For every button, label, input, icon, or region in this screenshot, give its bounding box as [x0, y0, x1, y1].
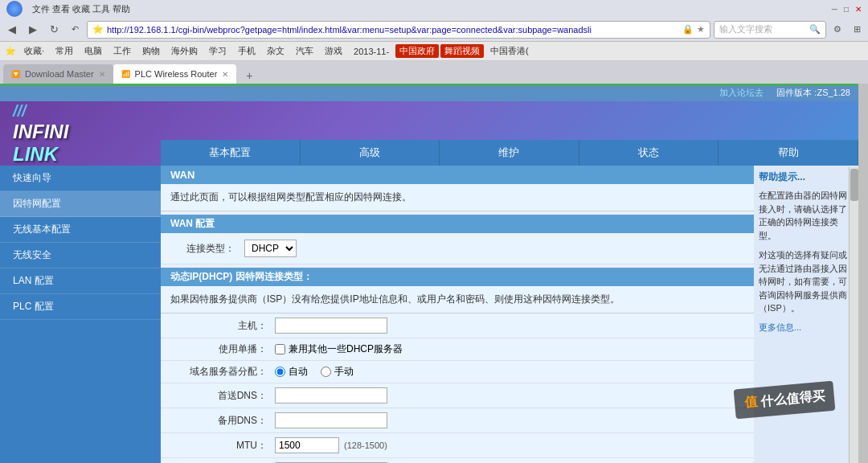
nav-status[interactable]: 状态	[579, 140, 719, 166]
minimize-button[interactable]: ─	[832, 5, 837, 14]
bookmark-games[interactable]: 游戏	[320, 43, 347, 59]
bookmark-phone[interactable]: 手机	[233, 43, 260, 59]
page-scrollbar[interactable]	[849, 167, 858, 463]
address-text: http://192.168.1.1/cgi-bin/webproc?getpa…	[107, 25, 679, 35]
bookmark-work[interactable]: 工作	[108, 43, 136, 59]
bookmark-computer[interactable]: 电脑	[80, 43, 107, 59]
dns-manual-label: 手动	[334, 365, 354, 379]
connection-type-row: 连接类型： DHCP	[161, 233, 754, 264]
bookmark-date[interactable]: 2013-11-	[349, 45, 394, 58]
logo-area: /// INFINI LINK	[0, 101, 161, 166]
dns-manual-radio[interactable]	[321, 367, 331, 377]
address-bar[interactable]: ⭐ http://192.168.1.1/cgi-bin/webproc?get…	[87, 21, 710, 39]
form-row-secondary-dns: 备用DNS：	[161, 408, 754, 433]
router-content-area: WAN 通过此页面，可以根据组网类型配置相应的因特网连接。 WAN 配置 连接类…	[161, 166, 754, 463]
search-placeholder: 输入文字搜索	[719, 23, 772, 35]
tools-icon[interactable]: ⚙	[829, 22, 845, 38]
tab-download-master[interactable]: 🔽 Download Master ✕	[3, 64, 113, 84]
tab-plc-router-icon: 📶	[121, 70, 130, 78]
browser-avatar	[6, 1, 23, 17]
bookmark-gov[interactable]: 中国政府	[395, 44, 439, 58]
bookmark-common[interactable]: 常用	[51, 43, 78, 59]
nav-bar: ◀ ▶ ↻ ↶ ⭐ http://192.168.1.1/cgi-bin/web…	[0, 18, 868, 42]
restore-button[interactable]: □	[844, 5, 849, 14]
nav-maintenance[interactable]: 维护	[440, 140, 579, 166]
form-row-mac: MAC 地址：	[161, 458, 754, 463]
unicast-note: 兼用其他一些DHCP服务器	[289, 342, 403, 356]
wan-section-header: WAN	[161, 166, 754, 184]
tab-plc-router-label: PLC Wireless Router	[135, 69, 218, 79]
connection-type-select[interactable]: DHCP	[244, 240, 297, 257]
nav-advanced[interactable]: 高级	[301, 140, 440, 166]
router-main-area: 快速向导 因特网配置 无线基本配置 无线安全 LAN 配置	[0, 166, 858, 463]
bookmark-study[interactable]: 学习	[204, 43, 231, 59]
wan-config-header: WAN 配置	[161, 215, 754, 233]
nav-help[interactable]: 帮助	[719, 140, 858, 166]
watermark-text: 值 什么值得买	[733, 381, 835, 420]
history-button[interactable]: ↶	[66, 22, 84, 38]
tab-plc-router[interactable]: 📶 PLC Wireless Router ✕	[113, 64, 237, 84]
router-topbar: 加入论坛去 固件版本 :ZS_1.28	[0, 84, 858, 101]
help-more-link[interactable]: 更多信息...	[759, 322, 854, 334]
help-title: 帮助提示...	[759, 170, 854, 184]
bookmark-misc[interactable]: 杂文	[262, 43, 289, 59]
sidebar-item-wireless-security[interactable]: 无线安全	[0, 243, 161, 268]
router-help-panel: 帮助提示... 在配置路由器的因特网接入时，请确认选择了正确的因特网连接类型。 …	[754, 166, 858, 463]
mtu-note: (128-1500)	[344, 440, 387, 450]
new-tab-button[interactable]: +	[240, 68, 259, 84]
sidebar-item-quick-setup[interactable]: 快速向导	[0, 166, 161, 191]
router-admin-page: 加入论坛去 固件版本 :ZS_1.28 /// INFINI LINK	[0, 84, 858, 463]
tab-plc-router-close[interactable]: ✕	[222, 70, 228, 79]
primary-dns-label: 首送DNS：	[170, 389, 267, 403]
form-row-unicast: 使用单播： 兼用其他一些DHCP服务器	[161, 338, 754, 361]
bookmark-overseas[interactable]: 海外购	[166, 43, 203, 59]
progress-fill	[0, 84, 858, 86]
unicast-checkbox[interactable]	[275, 344, 285, 354]
title-bar: 文件 查看 收藏 工具 帮助 ─ □ ✕	[0, 0, 868, 18]
close-button[interactable]: ✕	[855, 5, 862, 14]
bookmark-car[interactable]: 汽车	[291, 43, 318, 59]
title-bar-menu[interactable]: 文件 查看 收藏 工具 帮助	[32, 3, 130, 15]
tab-download-master-icon: 🔽	[11, 70, 20, 78]
grid-icon[interactable]: ⊞	[849, 22, 865, 38]
bookmark-dance[interactable]: 舞蹈视频	[440, 44, 484, 58]
bookmark-hk[interactable]: 中国香港(	[485, 43, 534, 59]
logo-infini: INFINI	[13, 121, 148, 143]
logo-link: LINK	[13, 143, 148, 166]
nav-basic-config[interactable]: 基本配置	[161, 140, 301, 166]
sidebar-item-wireless-basic[interactable]: 无线基本配置	[0, 217, 161, 243]
form-row-dns-assign: 域名服务器分配： 自动 手动	[161, 361, 754, 383]
wan-description: 通过此页面，可以根据组网类型配置相应的因特网连接。	[161, 184, 754, 211]
unicast-label: 使用单播：	[170, 342, 267, 356]
host-input[interactable]	[275, 318, 387, 334]
mtu-label: MTU：	[170, 439, 267, 453]
dns-auto-radio[interactable]	[275, 367, 285, 377]
scrollbar-thumb[interactable]	[850, 169, 858, 201]
mtu-input[interactable]	[275, 437, 339, 453]
sidebar-item-internet-config[interactable]: 因特网配置	[0, 191, 161, 217]
form-table: 主机： 使用单播： 兼用其他一些DHCP服务器 域名服务器分配：	[161, 313, 754, 463]
sidebar-item-plc-config[interactable]: PLC 配置	[0, 294, 161, 320]
back-button[interactable]: ◀	[3, 22, 21, 38]
forward-button[interactable]: ▶	[24, 22, 42, 38]
host-label: 主机：	[170, 319, 267, 333]
bookmark-shopping[interactable]: 购物	[137, 43, 165, 59]
secondary-dns-label: 备用DNS：	[170, 414, 267, 428]
primary-dns-input[interactable]	[275, 387, 387, 404]
router-sidebar: 快速向导 因特网配置 无线基本配置 无线安全 LAN 配置	[0, 166, 161, 463]
page-content: 加入论坛去 固件版本 :ZS_1.28 /// INFINI LINK	[0, 84, 858, 463]
tab-download-master-label: Download Master	[25, 69, 94, 79]
form-row-host: 主机：	[161, 313, 754, 338]
bookmarks-bar: ⭐ 收藏· 常用 电脑 工作 购物 海外购 学习 手机 杂文 汽车 游戏 201…	[0, 42, 868, 61]
topbar-join[interactable]: 加入论坛去	[719, 87, 764, 99]
search-bar[interactable]: 输入文字搜索 🔍	[714, 21, 826, 39]
dns-assign-label: 域名服务器分配：	[170, 365, 267, 379]
watermark: 值 什么值得买	[735, 385, 834, 415]
dhcp-description: 如果因特服务提供商（ISP）没有给您提供IP地址信息和、或用户名和密码、则使用这…	[161, 286, 754, 313]
sidebar-item-lan-config[interactable]: LAN 配置	[0, 268, 161, 294]
tab-download-master-close[interactable]: ✕	[99, 70, 105, 79]
bookmark-favorites[interactable]: 收藏·	[19, 43, 49, 59]
refresh-button[interactable]: ↻	[45, 22, 63, 38]
secondary-dns-input[interactable]	[275, 412, 387, 428]
help-text-2: 对这项的选择有疑问或无法通过路由器接入因特网时，如有需要，可咨询因特网服务提供商…	[759, 248, 854, 315]
